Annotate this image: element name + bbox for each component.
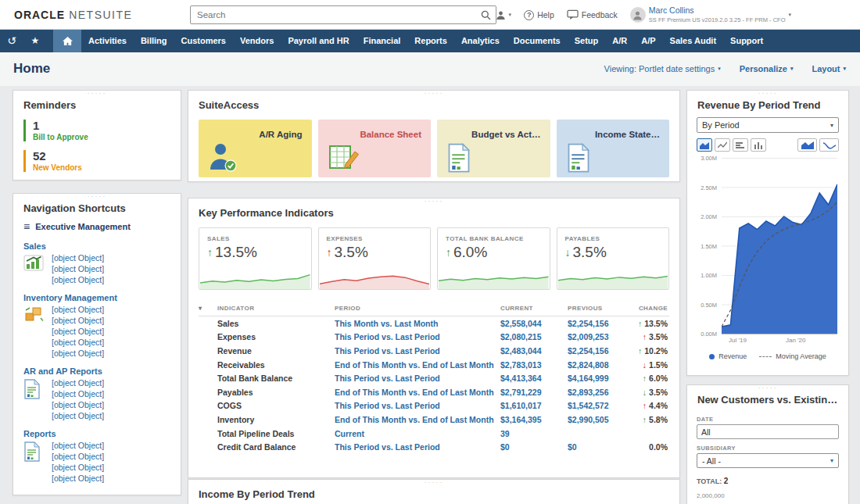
kpi-current-link[interactable]: $2,483,044 — [500, 346, 568, 356]
suiteaccess-tile[interactable]: A/R Aging — [199, 120, 312, 177]
kpi-table-row[interactable]: Receivables End of This Month vs. End of… — [199, 358, 669, 372]
kpi-table-row[interactable]: Credit Card Balance This Period vs. Last… — [199, 440, 669, 454]
kpi-card[interactable]: EXPENSES 3.5% — [318, 227, 432, 290]
kpi-period-link[interactable]: This Period vs. Last Period — [335, 442, 500, 452]
date-input[interactable] — [697, 424, 839, 439]
line-style-button[interactable] — [819, 138, 839, 152]
nav-menu-item[interactable]: Documents — [507, 30, 568, 52]
reminder-item[interactable]: 1 Bill to Approve — [23, 120, 170, 141]
legend-revenue[interactable]: Revenue — [709, 352, 747, 360]
shortcut-link[interactable]: [object Object] — [52, 305, 104, 315]
kpi-period-link[interactable]: This Period vs. Last Period — [335, 332, 500, 341]
nav-menu-item[interactable]: A/P — [634, 30, 662, 52]
shortcut-group-header[interactable]: Inventory Management — [23, 293, 170, 302]
kpi-period-link[interactable]: This Period vs. Last Period — [335, 374, 500, 383]
shortcut-link[interactable]: [object Object] — [52, 316, 104, 326]
shortcut-group-header[interactable]: AR and AP Reports — [23, 366, 170, 376]
kpi-current-link[interactable]: $4,413,364 — [500, 374, 568, 383]
column-chart-type-button[interactable] — [751, 138, 766, 152]
nav-menu-item[interactable]: Support — [723, 30, 770, 52]
kpi-table-row[interactable]: Revenue This Period vs. Last Period $2,4… — [199, 344, 669, 358]
legend-moving-average[interactable]: Moving Average — [759, 352, 826, 360]
portlet-drag-handle[interactable] — [88, 91, 107, 95]
kpi-previous-link[interactable]: $2,990,505 — [568, 415, 632, 424]
user-menu[interactable]: Marc Collins SS FF Premium US v2019.2.0 … — [630, 6, 791, 24]
subsidiary-select[interactable]: - All - ▾ — [697, 453, 839, 468]
kpi-table-row[interactable]: Payables End of This Month vs. End of La… — [199, 385, 669, 399]
portlet-drag-handle[interactable] — [88, 195, 107, 198]
kpi-current-link[interactable]: $1,610,017 — [500, 401, 568, 410]
kpi-period-link[interactable]: End of This Month vs. End of Last Month — [335, 388, 500, 397]
portlet-menu-caret-icon[interactable]: ▾ — [199, 305, 217, 312]
period-select[interactable]: By Period ▾ — [697, 117, 839, 133]
kpi-period-link[interactable]: This Month vs. Last Month — [335, 319, 500, 328]
portlet-drag-handle[interactable] — [425, 199, 444, 203]
kpi-current-link[interactable]: $2,783,013 — [500, 360, 568, 370]
kpi-card[interactable]: TOTAL BANK BALANCE 6.0% — [437, 227, 550, 290]
kpi-previous-link[interactable]: $2,009,253 — [568, 332, 632, 341]
kpi-table-row[interactable]: Expenses This Period vs. Last Period $2,… — [199, 331, 669, 345]
shortcut-link[interactable]: [object Object] — [52, 338, 104, 348]
suiteaccess-tile[interactable]: Balance Sheet — [318, 120, 432, 177]
kpi-previous-link[interactable]: $1,542,572 — [568, 401, 632, 410]
shortcut-executive-management[interactable]: ≡ Executive Management — [13, 219, 181, 239]
area-chart-type-button[interactable] — [697, 138, 712, 152]
nav-menu-item[interactable]: Reports — [407, 30, 454, 52]
viewing-settings-link[interactable]: Viewing: Portlet date settings▾ — [604, 64, 721, 73]
kpi-period-link[interactable]: End of This Month vs. End of Last Month — [335, 360, 500, 370]
nav-menu-item[interactable]: Customers — [174, 30, 233, 52]
kpi-period-link[interactable]: Current — [335, 429, 500, 438]
shortcut-link[interactable]: [object Object] — [52, 253, 104, 263]
kpi-card[interactable]: SALES 13.5% — [199, 227, 312, 290]
portlet-drag-handle[interactable] — [425, 481, 444, 484]
feedback-button[interactable]: Feedback — [567, 9, 618, 20]
shortcut-link[interactable]: [object Object] — [52, 441, 104, 451]
nav-menu-item[interactable]: Payroll and HR — [281, 30, 356, 52]
shortcut-link[interactable]: [object Object] — [52, 275, 104, 285]
nav-menu-item[interactable]: A/R — [605, 30, 634, 52]
kpi-table-row[interactable]: Total Pipeline Deals Current 39 — [199, 427, 669, 441]
area-style-button[interactable] — [797, 138, 817, 152]
kpi-previous-link[interactable]: $0 — [568, 442, 632, 452]
nav-menu-item[interactable]: Setup — [568, 30, 606, 52]
netsuite-logo[interactable]: ORACLENETSUITE — [14, 9, 132, 21]
kpi-previous-link[interactable]: $4,164,999 — [568, 374, 632, 383]
help-button[interactable]: ? Help — [524, 10, 554, 20]
nav-menu-item[interactable]: Analytics — [454, 30, 507, 52]
search-input[interactable] — [191, 10, 475, 20]
shortcut-link[interactable]: [object Object] — [52, 474, 104, 484]
nav-menu-item[interactable]: Vendors — [233, 30, 281, 52]
reminder-item[interactable]: 52 New Vendors — [23, 150, 170, 172]
portlet-drag-handle[interactable] — [758, 386, 778, 390]
kpi-period-link[interactable]: This Period vs. Last Period — [335, 346, 500, 356]
kpi-table-row[interactable]: Inventory End of This Month vs. End of L… — [199, 413, 669, 427]
shortcut-group-header[interactable]: Reports — [23, 429, 170, 438]
kpi-current-link[interactable]: 39 — [500, 429, 568, 438]
shortcut-link[interactable]: [object Object] — [52, 349, 104, 359]
portlet-drag-handle[interactable] — [758, 91, 778, 95]
layout-link[interactable]: Layout▾ — [812, 64, 846, 73]
suiteaccess-tile[interactable]: Income State… — [557, 120, 670, 177]
nav-menu-item[interactable]: Sales Audit — [663, 30, 724, 52]
portlet-drag-handle[interactable] — [425, 91, 444, 95]
kpi-current-link[interactable]: $0 — [500, 442, 568, 452]
nav-menu-item[interactable]: Activities — [81, 30, 134, 52]
kpi-previous-link[interactable]: $2,824,808 — [568, 360, 632, 370]
recent-records-icon[interactable]: ↺ — [0, 30, 23, 52]
roles-menu[interactable]: ▾ — [496, 10, 512, 20]
shortcut-link[interactable]: [object Object] — [52, 327, 104, 337]
kpi-table-row[interactable]: Total Bank Balance This Period vs. Last … — [199, 371, 669, 385]
shortcut-link[interactable]: [object Object] — [52, 389, 104, 399]
shortcut-link[interactable]: [object Object] — [52, 400, 104, 410]
kpi-period-link[interactable]: This Period vs. Last Period — [335, 401, 500, 410]
search-icon[interactable] — [475, 10, 496, 20]
shortcut-group-header[interactable]: Sales — [23, 241, 170, 251]
nav-menu-item[interactable]: Billing — [134, 30, 174, 52]
kpi-current-link[interactable]: $2,558,044 — [500, 319, 568, 328]
line-chart-type-button[interactable] — [715, 138, 730, 152]
kpi-current-link[interactable]: $3,164,395 — [500, 415, 568, 424]
kpi-table-row[interactable]: COGS This Period vs. Last Period $1,610,… — [199, 399, 669, 413]
kpi-previous-link[interactable]: $2,254,156 — [568, 319, 632, 328]
shortcut-link[interactable]: [object Object] — [52, 452, 104, 462]
kpi-previous-link[interactable]: $2,893,256 — [568, 388, 632, 397]
